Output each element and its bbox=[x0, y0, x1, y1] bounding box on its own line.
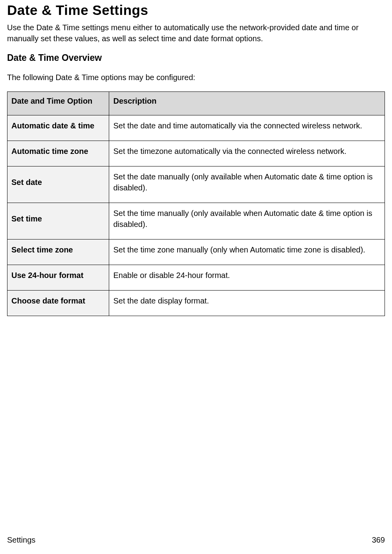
table-row: Set date Set the date manually (only ava… bbox=[7, 166, 385, 203]
overview-heading: Date & Time Overview bbox=[7, 53, 385, 63]
page-title: Date & Time Settings bbox=[7, 2, 385, 18]
option-description: Set the timezone automatically via the c… bbox=[109, 141, 385, 166]
intro-paragraph: Use the Date & Time settings menu either… bbox=[7, 22, 385, 44]
options-table: Date and Time Option Description Automat… bbox=[7, 91, 385, 316]
table-row: Choose date format Set the date display … bbox=[7, 291, 385, 316]
table-row: Select time zone Set the time zone manua… bbox=[7, 240, 385, 265]
option-name: Automatic time zone bbox=[7, 141, 109, 166]
option-name: Set time bbox=[7, 203, 109, 240]
footer-section: Settings bbox=[7, 536, 35, 545]
page-footer: Settings 369 bbox=[7, 536, 385, 545]
table-header-option: Date and Time Option bbox=[7, 92, 109, 115]
footer-page-number: 369 bbox=[372, 536, 385, 545]
table-row: Set time Set the time manually (only ava… bbox=[7, 203, 385, 240]
option-description: Enable or disable 24-hour format. bbox=[109, 265, 385, 291]
option-name: Select time zone bbox=[7, 240, 109, 265]
table-row: Use 24-hour format Enable or disable 24-… bbox=[7, 265, 385, 291]
option-description: Set the time manually (only available wh… bbox=[109, 203, 385, 240]
option-name: Use 24-hour format bbox=[7, 265, 109, 291]
option-name: Set date bbox=[7, 166, 109, 203]
table-row: Automatic date & time Set the date and t… bbox=[7, 115, 385, 141]
option-description: Set the date manually (only available wh… bbox=[109, 166, 385, 203]
option-name: Automatic date & time bbox=[7, 115, 109, 141]
table-header-description: Description bbox=[109, 92, 385, 115]
option-description: Set the date display format. bbox=[109, 291, 385, 316]
option-name: Choose date format bbox=[7, 291, 109, 316]
table-row: Automatic time zone Set the timezone aut… bbox=[7, 141, 385, 166]
option-description: Set the time zone manually (only when Au… bbox=[109, 240, 385, 265]
option-description: Set the date and time automatically via … bbox=[109, 115, 385, 141]
overview-intro: The following Date & Time options may be… bbox=[7, 72, 385, 83]
